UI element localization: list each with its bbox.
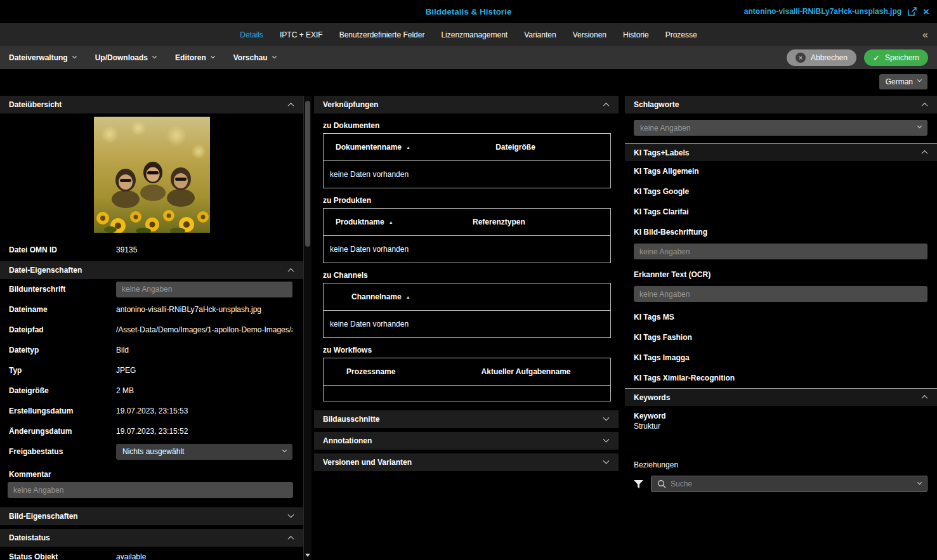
ai-tags-ms[interactable]: KI Tags MS (625, 307, 937, 327)
chevron-down-icon (152, 54, 157, 58)
section-dateistatus[interactable]: Dateistatus (0, 529, 303, 547)
field-value: 39135 (116, 245, 137, 254)
menu-editoren[interactable]: Editoren (175, 53, 214, 62)
ai-caption-input[interactable] (634, 244, 927, 259)
open-external-icon[interactable] (908, 7, 917, 16)
file-info-panel: Dateiübersicht (0, 96, 303, 560)
ai-caption-label: KI Bild-Beschriftung (625, 222, 937, 242)
field-label: Dateityp (9, 346, 116, 355)
comment-input[interactable] (8, 482, 293, 498)
field-label: Status Objekt (9, 552, 116, 560)
menu-label: Vorschau (233, 53, 268, 62)
workflows-subtitle: zu Workflows (314, 338, 619, 358)
column-dokumentenname[interactable]: Dokumentenname ▲ (324, 143, 495, 152)
tab-iptc-exif[interactable]: IPTC + EXIF (280, 30, 323, 39)
field-label: Dateiname (9, 305, 116, 314)
menu-dateiverwaltung[interactable]: Dateiverwaltung (9, 53, 76, 62)
tab-varianten[interactable]: Varianten (524, 30, 556, 39)
ai-tags-imagga[interactable]: KI Tags Imagga (625, 348, 937, 368)
chevron-down-icon (282, 448, 287, 452)
beziehungen-label: Beziehungen (625, 431, 937, 476)
documents-empty-row: keine Daten vorhanden (324, 161, 610, 188)
tab-lizenzmanagement[interactable]: Lizenzmanagement (441, 30, 508, 39)
titlebar: Bilddetails & Historie antonino-visalli-… (0, 0, 937, 23)
links-panel: Verknüpfungen zu Dokumenten Dokumentenna… (314, 96, 619, 560)
ai-tags-allgemein[interactable]: KI Tags Allgemein (625, 161, 937, 181)
ocr-text-input[interactable] (634, 286, 927, 302)
cancel-button[interactable]: × Abbrechen (787, 49, 856, 66)
column-label: Dateigröße (495, 143, 535, 152)
chevron-down-icon (917, 480, 922, 485)
section-title: Annotationen (323, 436, 372, 445)
tab-prozesse[interactable]: Prozesse (665, 30, 697, 39)
collapse-panel-icon[interactable]: « (922, 30, 928, 40)
search-placeholder: Suche (671, 479, 914, 488)
section-dateiuebersicht[interactable]: Dateiübersicht (0, 96, 303, 114)
section-keywords[interactable]: Keywords (625, 388, 937, 406)
section-title: Verknüpfungen (323, 100, 378, 109)
close-icon[interactable]: × (923, 6, 929, 17)
products-table: Produktname ▲ Referenztypen keine Daten … (323, 208, 611, 263)
section-annotationen[interactable]: Annotationen (314, 432, 619, 450)
chevron-down-icon (603, 414, 610, 420)
section-title: Dateiübersicht (9, 100, 62, 109)
comment-label: Kommentar (0, 462, 303, 482)
field-label: Datei OMN ID (9, 245, 116, 254)
language-select[interactable]: German (879, 74, 927, 89)
scroll-down-icon[interactable] (304, 551, 311, 559)
action-toolbar: Dateiverwaltung Up/Downloads Editoren Vo… (0, 46, 937, 69)
filter-icon[interactable] (633, 479, 644, 489)
ai-tags-fashion[interactable]: KI Tags Fashion (625, 327, 937, 348)
field-row-dateityp: Dateityp Bild (0, 340, 303, 360)
section-title: Versionen und Varianten (323, 458, 412, 467)
column-prozessname[interactable]: Prozessname (324, 367, 482, 376)
section-title: KI Tags+Labels (634, 148, 689, 157)
relations-search[interactable]: Suche (651, 476, 927, 492)
placeholder-text: keine Angaben (640, 124, 690, 133)
menu-vorschau[interactable]: Vorschau (233, 53, 276, 62)
field-label: Dateigröße (9, 386, 116, 395)
section-ki-tags-labels[interactable]: KI Tags+Labels (625, 143, 937, 161)
column-produktname[interactable]: Produktname ▲ (324, 218, 473, 226)
left-panel-scrollbar[interactable] (303, 96, 311, 560)
content-area: Dateiübersicht (0, 94, 937, 560)
sort-asc-icon: ▲ (389, 220, 393, 225)
column-channelname[interactable]: Channelname ▲ (324, 292, 410, 301)
ai-tags-ximilar-recognition[interactable]: KI Tags Ximilar-Recognition (625, 368, 937, 388)
field-value: antonino-visalli-RNiBLy7aHck-unsplash.jp… (116, 305, 261, 314)
tab-benutzerdefinierte-felder[interactable]: Benutzerdefinierte Felder (339, 30, 425, 39)
tab-details[interactable]: Details (240, 30, 263, 39)
section-datei-eigenschaften[interactable]: Datei-Eigenschaften (0, 261, 303, 279)
sort-asc-icon: ▲ (406, 295, 410, 299)
section-title: Datei-Eigenschaften (9, 266, 82, 275)
chevron-down-icon (603, 457, 610, 464)
cancel-icon: × (796, 53, 806, 63)
section-versionen-und-varianten[interactable]: Versionen und Varianten (314, 453, 619, 471)
scrollbar-thumb[interactable] (305, 101, 310, 247)
ai-tags-clarifai[interactable]: KI Tags Clarifai (625, 202, 937, 222)
tab-historie[interactable]: Historie (623, 30, 649, 39)
column-dateigroesse[interactable]: Dateigröße (495, 143, 535, 152)
chevron-up-icon (288, 268, 294, 274)
section-schlagworte[interactable]: Schlagworte (625, 96, 937, 114)
column-referenztypen[interactable]: Referenztypen (473, 218, 525, 226)
tab-versionen[interactable]: Versionen (573, 30, 606, 39)
schlagworte-select[interactable]: keine Angaben (634, 120, 927, 136)
column-aktueller-aufgabenname[interactable]: Aktueller Aufgabenname (482, 367, 571, 376)
caption-input[interactable] (116, 282, 292, 297)
menu-up-downloads[interactable]: Up/Downloads (95, 53, 156, 62)
section-verknuepfungen[interactable]: Verknüpfungen (314, 96, 619, 114)
file-thumbnail[interactable] (94, 117, 210, 233)
channels-subtitle: zu Channels (314, 263, 619, 283)
save-button[interactable]: ✓ Speichern (864, 49, 928, 66)
column-label: Dokumentenname (336, 143, 402, 152)
section-bild-eigenschaften[interactable]: Bild-Eigenschaften (0, 507, 303, 525)
section-bildausschnitte[interactable]: Bildausschnitte (314, 410, 619, 428)
chevron-up-icon (922, 395, 928, 401)
chevron-down-icon (211, 54, 215, 58)
release-status-select[interactable]: Nichts ausgewählt (116, 444, 292, 460)
ai-tags-google[interactable]: KI Tags Google (625, 181, 937, 202)
keyword-entry[interactable]: Keyword Struktur (625, 406, 937, 431)
field-value: 2 MB (116, 386, 134, 395)
products-subtitle: zu Produkten (314, 188, 619, 208)
